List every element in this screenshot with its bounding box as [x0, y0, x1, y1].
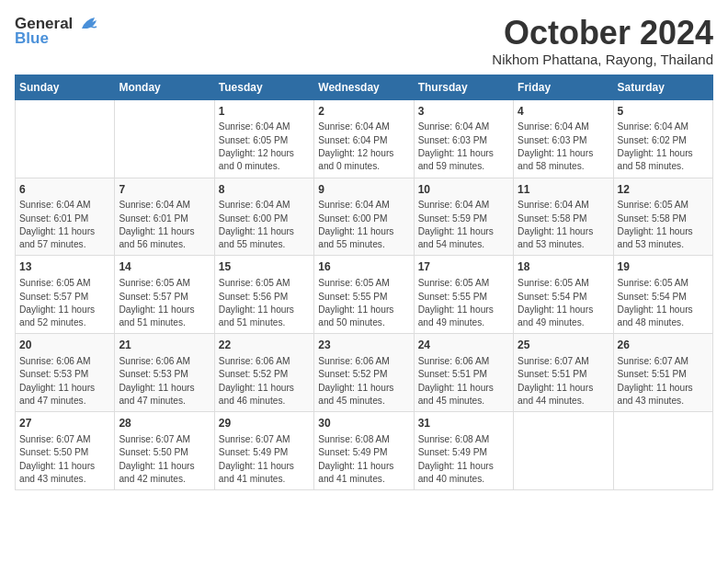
- day-info: Sunrise: 6:04 AM Sunset: 6:03 PM Dayligh…: [418, 121, 509, 173]
- day-cell: [16, 99, 115, 178]
- day-cell: 20Sunrise: 6:06 AM Sunset: 5:53 PM Dayli…: [16, 334, 115, 412]
- day-info: Sunrise: 6:04 AM Sunset: 5:58 PM Dayligh…: [518, 199, 609, 251]
- day-cell: 6Sunrise: 6:04 AM Sunset: 6:01 PM Daylig…: [16, 178, 115, 256]
- day-number: 9: [318, 182, 409, 198]
- weekday-header-friday: Friday: [514, 75, 613, 99]
- weekday-header-thursday: Thursday: [414, 75, 513, 99]
- day-cell: 18Sunrise: 6:05 AM Sunset: 5:54 PM Dayli…: [514, 256, 613, 334]
- day-info: Sunrise: 6:05 AM Sunset: 5:55 PM Dayligh…: [318, 277, 409, 329]
- day-cell: 3Sunrise: 6:04 AM Sunset: 6:03 PM Daylig…: [414, 99, 513, 178]
- day-cell: [115, 99, 214, 178]
- day-number: 13: [19, 259, 110, 275]
- day-cell: 27Sunrise: 6:07 AM Sunset: 5:50 PM Dayli…: [16, 412, 115, 490]
- day-info: Sunrise: 6:04 AM Sunset: 6:04 PM Dayligh…: [318, 121, 409, 173]
- day-info: Sunrise: 6:04 AM Sunset: 6:03 PM Dayligh…: [518, 121, 609, 173]
- day-cell: 21Sunrise: 6:06 AM Sunset: 5:53 PM Dayli…: [115, 334, 214, 412]
- day-number: 25: [518, 338, 609, 353]
- day-info: Sunrise: 6:04 AM Sunset: 6:05 PM Dayligh…: [219, 121, 310, 173]
- day-number: 6: [19, 182, 110, 198]
- day-info: Sunrise: 6:05 AM Sunset: 5:58 PM Dayligh…: [618, 199, 709, 251]
- calendar-table: SundayMondayTuesdayWednesdayThursdayFrid…: [15, 75, 713, 491]
- day-info: Sunrise: 6:04 AM Sunset: 6:01 PM Dayligh…: [19, 199, 110, 251]
- day-number: 2: [318, 104, 409, 120]
- day-info: Sunrise: 6:07 AM Sunset: 5:50 PM Dayligh…: [19, 433, 110, 486]
- day-number: 29: [219, 416, 310, 431]
- day-cell: 12Sunrise: 6:05 AM Sunset: 5:58 PM Dayli…: [613, 178, 712, 256]
- weekday-header-tuesday: Tuesday: [214, 75, 313, 99]
- day-cell: 10Sunrise: 6:04 AM Sunset: 5:59 PM Dayli…: [414, 178, 513, 256]
- day-cell: 7Sunrise: 6:04 AM Sunset: 6:01 PM Daylig…: [115, 178, 214, 256]
- day-cell: 2Sunrise: 6:04 AM Sunset: 6:04 PM Daylig…: [314, 99, 414, 178]
- day-number: 12: [618, 182, 709, 198]
- day-info: Sunrise: 6:04 AM Sunset: 6:00 PM Dayligh…: [219, 199, 310, 251]
- day-info: Sunrise: 6:08 AM Sunset: 5:49 PM Dayligh…: [318, 433, 409, 486]
- day-cell: 29Sunrise: 6:07 AM Sunset: 5:49 PM Dayli…: [214, 412, 313, 490]
- day-info: Sunrise: 6:06 AM Sunset: 5:52 PM Dayligh…: [318, 355, 409, 408]
- day-cell: 23Sunrise: 6:06 AM Sunset: 5:52 PM Dayli…: [314, 334, 414, 412]
- day-cell: [514, 412, 613, 490]
- title-block: October 2024 Nikhom Phattana, Rayong, Th…: [492, 15, 713, 67]
- day-number: 17: [418, 259, 509, 275]
- day-info: Sunrise: 6:05 AM Sunset: 5:54 PM Dayligh…: [618, 277, 709, 329]
- day-info: Sunrise: 6:07 AM Sunset: 5:49 PM Dayligh…: [219, 433, 310, 486]
- day-info: Sunrise: 6:07 AM Sunset: 5:50 PM Dayligh…: [119, 433, 210, 486]
- weekday-header-sunday: Sunday: [16, 75, 115, 99]
- week-row-3: 13Sunrise: 6:05 AM Sunset: 5:57 PM Dayli…: [16, 256, 713, 334]
- day-info: Sunrise: 6:06 AM Sunset: 5:53 PM Dayligh…: [19, 355, 110, 408]
- day-cell: [613, 412, 712, 490]
- day-cell: 30Sunrise: 6:08 AM Sunset: 5:49 PM Dayli…: [314, 412, 414, 490]
- day-info: Sunrise: 6:04 AM Sunset: 6:00 PM Dayligh…: [318, 199, 409, 251]
- day-number: 7: [119, 182, 210, 198]
- day-info: Sunrise: 6:07 AM Sunset: 5:51 PM Dayligh…: [618, 355, 709, 408]
- day-number: 28: [119, 416, 210, 431]
- day-cell: 17Sunrise: 6:05 AM Sunset: 5:55 PM Dayli…: [414, 256, 513, 334]
- day-cell: 5Sunrise: 6:04 AM Sunset: 6:02 PM Daylig…: [613, 99, 712, 178]
- day-number: 11: [518, 182, 609, 198]
- day-info: Sunrise: 6:05 AM Sunset: 5:55 PM Dayligh…: [418, 277, 509, 329]
- day-cell: 28Sunrise: 6:07 AM Sunset: 5:50 PM Dayli…: [115, 412, 214, 490]
- day-info: Sunrise: 6:05 AM Sunset: 5:57 PM Dayligh…: [119, 277, 210, 329]
- day-number: 4: [518, 104, 609, 120]
- day-info: Sunrise: 6:06 AM Sunset: 5:52 PM Dayligh…: [219, 355, 310, 408]
- weekday-header-monday: Monday: [115, 75, 214, 99]
- weekday-header-saturday: Saturday: [613, 75, 712, 99]
- day-cell: 14Sunrise: 6:05 AM Sunset: 5:57 PM Dayli…: [115, 256, 214, 334]
- day-cell: 1Sunrise: 6:04 AM Sunset: 6:05 PM Daylig…: [214, 99, 313, 178]
- week-row-5: 27Sunrise: 6:07 AM Sunset: 5:50 PM Dayli…: [16, 412, 713, 490]
- day-number: 18: [518, 259, 609, 275]
- location-title: Nikhom Phattana, Rayong, Thailand: [492, 52, 713, 67]
- logo-blue: Blue: [15, 29, 49, 48]
- day-info: Sunrise: 6:04 AM Sunset: 5:59 PM Dayligh…: [418, 199, 509, 251]
- day-info: Sunrise: 6:04 AM Sunset: 6:01 PM Dayligh…: [119, 199, 210, 251]
- weekday-header-row: SundayMondayTuesdayWednesdayThursdayFrid…: [16, 75, 713, 99]
- day-number: 14: [119, 259, 210, 275]
- day-cell: 25Sunrise: 6:07 AM Sunset: 5:51 PM Dayli…: [514, 334, 613, 412]
- day-info: Sunrise: 6:06 AM Sunset: 5:51 PM Dayligh…: [418, 355, 509, 408]
- logo: General Blue: [15, 15, 100, 48]
- week-row-4: 20Sunrise: 6:06 AM Sunset: 5:53 PM Dayli…: [16, 334, 713, 412]
- day-number: 5: [618, 104, 709, 120]
- day-info: Sunrise: 6:05 AM Sunset: 5:57 PM Dayligh…: [19, 277, 110, 329]
- day-number: 16: [318, 259, 409, 275]
- weekday-header-wednesday: Wednesday: [314, 75, 414, 99]
- day-number: 1: [219, 104, 310, 120]
- day-cell: 4Sunrise: 6:04 AM Sunset: 6:03 PM Daylig…: [514, 99, 613, 178]
- day-info: Sunrise: 6:04 AM Sunset: 6:02 PM Dayligh…: [618, 121, 709, 173]
- day-info: Sunrise: 6:06 AM Sunset: 5:53 PM Dayligh…: [119, 355, 210, 408]
- day-number: 26: [618, 338, 709, 353]
- day-cell: 13Sunrise: 6:05 AM Sunset: 5:57 PM Dayli…: [16, 256, 115, 334]
- day-cell: 26Sunrise: 6:07 AM Sunset: 5:51 PM Dayli…: [613, 334, 712, 412]
- day-number: 27: [19, 416, 110, 431]
- day-number: 15: [219, 259, 310, 275]
- day-number: 23: [318, 338, 409, 353]
- month-title: October 2024: [492, 15, 713, 52]
- day-info: Sunrise: 6:05 AM Sunset: 5:54 PM Dayligh…: [518, 277, 609, 329]
- day-number: 31: [418, 416, 509, 431]
- week-row-2: 6Sunrise: 6:04 AM Sunset: 6:01 PM Daylig…: [16, 178, 713, 256]
- day-number: 22: [219, 338, 310, 353]
- day-cell: 8Sunrise: 6:04 AM Sunset: 6:00 PM Daylig…: [214, 178, 313, 256]
- day-cell: 19Sunrise: 6:05 AM Sunset: 5:54 PM Dayli…: [613, 256, 712, 334]
- day-number: 8: [219, 182, 310, 198]
- day-number: 24: [418, 338, 509, 353]
- page-header: General Blue October 2024 Nikhom Phattan…: [15, 15, 713, 67]
